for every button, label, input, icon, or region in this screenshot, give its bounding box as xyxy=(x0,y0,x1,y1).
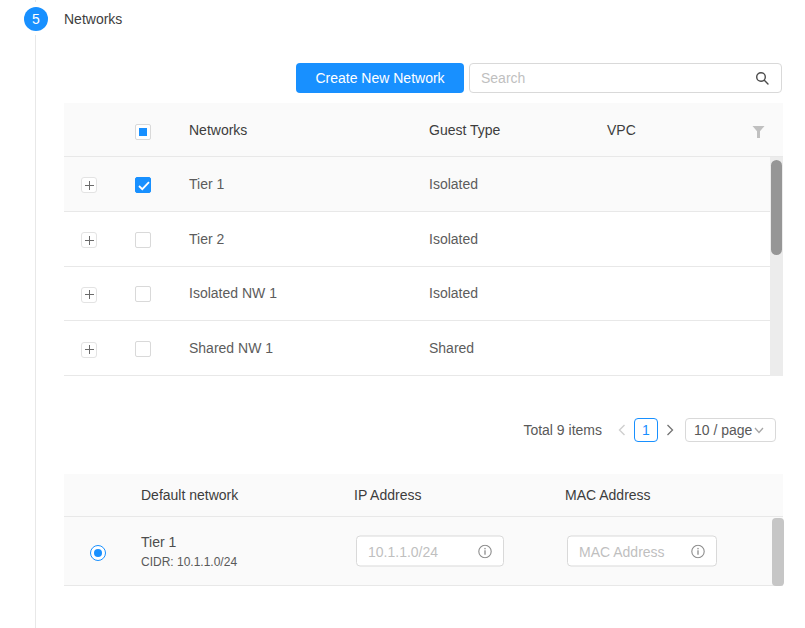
default-network-name: Tier 1 xyxy=(141,532,237,552)
network-name: Tier 2 xyxy=(189,231,224,247)
search-icon[interactable] xyxy=(755,71,769,85)
step-number: 5 xyxy=(32,11,40,27)
default-network-radio-selected[interactable] xyxy=(90,545,106,561)
default-network-table-header: Default network IP Address MAC Address xyxy=(64,474,783,517)
row-checkbox-checked[interactable] xyxy=(135,177,151,193)
page-size-select[interactable]: 10 / page xyxy=(685,418,776,442)
network-row-tier1[interactable]: Tier 1 Isolated xyxy=(64,157,783,212)
network-row-shared-nw1[interactable]: Shared NW 1 Shared xyxy=(64,321,783,376)
select-all-checkbox[interactable] xyxy=(135,124,151,140)
pagination: Total 9 items 1 10 / page xyxy=(0,417,776,443)
row-checkbox[interactable] xyxy=(135,286,151,302)
pagination-total: Total 9 items xyxy=(523,417,602,443)
info-icon[interactable] xyxy=(691,544,705,558)
scrollbar-thumb[interactable] xyxy=(772,518,784,586)
step-connector-top xyxy=(35,0,36,2)
networks-table: Networks Guest Type VPC Tier 1 Isolated … xyxy=(64,103,783,376)
column-header-mac-address: MAC Address xyxy=(565,487,651,503)
network-guest-type: Isolated xyxy=(429,176,478,192)
search-input[interactable] xyxy=(470,64,755,92)
row-checkbox[interactable] xyxy=(135,232,151,248)
filter-icon[interactable] xyxy=(752,125,765,141)
default-network-cell: Tier 1 CIDR: 10.1.1.0/24 xyxy=(141,532,237,571)
network-name: Tier 1 xyxy=(189,176,224,192)
column-header-ip-address: IP Address xyxy=(354,487,421,503)
step-connector-line xyxy=(35,35,36,628)
deploy-wizard-networks-step: 5 Networks Create New Network Networks G… xyxy=(0,0,805,628)
info-icon[interactable] xyxy=(478,544,492,558)
pagination-next-button[interactable] xyxy=(658,418,682,442)
plus-icon xyxy=(85,236,94,245)
network-name: Isolated NW 1 xyxy=(189,285,277,301)
network-guest-type: Isolated xyxy=(429,285,478,301)
expand-row-button[interactable] xyxy=(81,177,97,193)
plus-icon xyxy=(85,290,94,299)
chevron-down-icon xyxy=(754,427,764,434)
expand-row-button[interactable] xyxy=(81,342,97,358)
networks-table-header: Networks Guest Type VPC xyxy=(64,103,783,157)
plus-icon xyxy=(85,181,94,190)
mac-address-field xyxy=(567,536,717,567)
default-network-table: Default network IP Address MAC Address T… xyxy=(64,474,783,586)
default-table-scrollbar[interactable] xyxy=(772,518,784,586)
network-name: Shared NW 1 xyxy=(189,340,273,356)
network-row-tier2[interactable]: Tier 2 Isolated xyxy=(64,212,783,267)
pagination-page-1[interactable]: 1 xyxy=(634,418,658,442)
page-size-value: 10 / page xyxy=(694,419,752,441)
network-search-box xyxy=(469,63,782,93)
column-header-networks: Networks xyxy=(189,122,247,138)
expand-row-button[interactable] xyxy=(81,287,97,303)
network-guest-type: Isolated xyxy=(429,231,478,247)
plus-icon xyxy=(85,345,94,354)
column-header-guest-type: Guest Type xyxy=(429,122,500,138)
mac-address-input[interactable] xyxy=(568,537,691,566)
scrollbar-thumb[interactable] xyxy=(771,160,782,255)
expand-row-button[interactable] xyxy=(81,232,97,248)
column-header-default-network: Default network xyxy=(141,487,238,503)
create-new-network-button[interactable]: Create New Network xyxy=(296,63,464,93)
step-number-badge: 5 xyxy=(24,7,48,31)
step-title: Networks xyxy=(64,9,122,29)
default-network-cidr: CIDR: 10.1.1.0/24 xyxy=(141,554,237,571)
row-checkbox[interactable] xyxy=(135,341,151,357)
ip-address-field xyxy=(356,536,504,567)
ip-address-input[interactable] xyxy=(357,537,478,566)
pagination-prev-button[interactable] xyxy=(610,418,634,442)
networks-table-scrollbar[interactable] xyxy=(770,157,783,376)
create-new-network-label: Create New Network xyxy=(315,70,444,86)
column-header-vpc: VPC xyxy=(607,122,636,138)
default-network-row-tier1[interactable]: Tier 1 CIDR: 10.1.1.0/24 xyxy=(64,517,783,586)
network-row-isolated-nw1[interactable]: Isolated NW 1 Isolated xyxy=(64,267,783,322)
network-guest-type: Shared xyxy=(429,340,474,356)
